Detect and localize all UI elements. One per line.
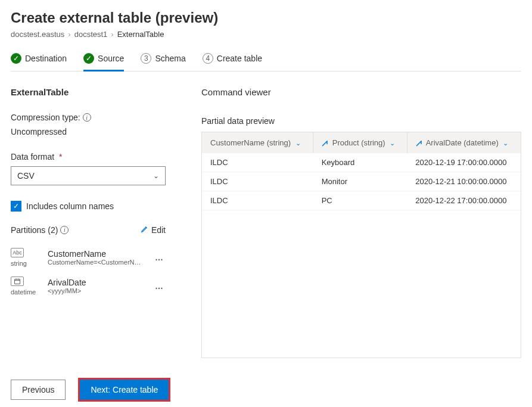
edit-label: Edit xyxy=(151,225,166,235)
includes-column-names-checkbox[interactable]: ✓ Includes column names xyxy=(11,201,178,212)
breadcrumb: docstest.eastus › docstest1 › ExternalTa… xyxy=(11,30,521,39)
step-destination[interactable]: ✓ Destination xyxy=(11,49,67,72)
partition-name: CustomerName xyxy=(48,249,145,259)
cell: ILDC xyxy=(202,191,313,210)
step-label: Create table xyxy=(217,54,262,63)
chevron-down-icon: ⌄ xyxy=(390,139,395,147)
page-title: Create external table (preview) xyxy=(11,10,521,26)
string-type-icon: Abc xyxy=(11,248,24,257)
column-header-product[interactable]: Product (string) ⌄ xyxy=(313,132,407,153)
table-row: ILDC Keyboard 2020-12-19 17:00:00.0000 xyxy=(202,153,521,172)
chevron-down-icon: ⌄ xyxy=(503,139,508,147)
left-title: ExternalTable xyxy=(11,87,178,97)
step-label: Source xyxy=(98,54,124,63)
step-label: Schema xyxy=(155,54,185,63)
column-header-arivaldate[interactable]: ArivalDate (datetime) ⌄ xyxy=(407,132,521,153)
table-row: ILDC Monitor 2020-12-21 10:00:00.0000 xyxy=(202,172,521,191)
pencil-icon xyxy=(141,225,149,235)
new-column-icon xyxy=(416,141,422,147)
cell: 2020-12-19 17:00:00.0000 xyxy=(407,153,521,172)
info-icon[interactable]: i xyxy=(83,113,91,122)
chevron-right-icon: › xyxy=(68,30,70,39)
data-format-label: Data format * xyxy=(11,152,178,161)
chevron-down-icon: ⌄ xyxy=(153,172,159,180)
partition-name: ArivalDate xyxy=(48,278,145,287)
table-row: ILDC PC 2020-12-22 17:00:00.0000 xyxy=(202,191,521,210)
wizard-steps: ✓ Destination ✓ Source 3 Schema 4 Create… xyxy=(11,49,521,72)
cell: Keyboard xyxy=(313,153,407,172)
more-options-button[interactable]: … xyxy=(153,281,166,291)
breadcrumb-item[interactable]: docstest1 xyxy=(74,30,108,39)
step-number-icon: 3 xyxy=(141,53,151,64)
check-icon: ✓ xyxy=(83,53,94,64)
info-icon[interactable]: i xyxy=(60,226,69,234)
partition-item: Abc string CustomerName CustomerName=<Cu… xyxy=(11,243,166,272)
step-create-table[interactable]: 4 Create table xyxy=(203,49,262,72)
step-number-icon: 4 xyxy=(203,53,213,64)
partition-type: datetime xyxy=(11,288,36,296)
cell: ILDC xyxy=(202,153,313,172)
compression-value: Uncompressed xyxy=(11,127,178,136)
partition-pattern: CustomerName=<CustomerNam xyxy=(48,259,143,266)
chevron-right-icon: › xyxy=(111,30,113,39)
cell: Monitor xyxy=(313,172,407,191)
cell: PC xyxy=(313,191,407,210)
data-format-dropdown[interactable]: CSV ⌄ xyxy=(11,166,166,185)
datetime-type-icon xyxy=(11,276,24,286)
chevron-down-icon: ⌄ xyxy=(295,139,301,147)
breadcrumb-item-current: ExternalTable xyxy=(117,30,164,39)
cell: 2020-12-21 10:00:00.0000 xyxy=(407,172,521,191)
partitions-label: Partitions (2) i xyxy=(11,225,69,235)
cell: 2020-12-22 17:00:00.0000 xyxy=(407,191,521,210)
partition-item: datetime ArivalDate <yyyy/MM> … xyxy=(11,272,166,300)
dropdown-value: CSV xyxy=(17,171,35,181)
checkbox-checked-icon: ✓ xyxy=(11,201,21,212)
partition-type: string xyxy=(11,260,27,267)
column-header-customername[interactable]: CustomerName (string) ⌄ xyxy=(202,132,313,153)
preview-table: CustomerName (string) ⌄ Product (string)… xyxy=(201,132,521,358)
svg-rect-0 xyxy=(15,279,20,284)
checkbox-label: Includes column names xyxy=(26,201,114,211)
command-viewer-title: Command viewer xyxy=(201,87,521,97)
partition-pattern: <yyyy/MM> xyxy=(48,287,143,294)
preview-label: Partial data preview xyxy=(201,116,521,126)
cell: ILDC xyxy=(202,172,313,191)
check-icon: ✓ xyxy=(11,53,21,64)
breadcrumb-item[interactable]: docstest.eastus xyxy=(11,30,64,39)
more-options-button[interactable]: … xyxy=(153,253,166,262)
step-label: Destination xyxy=(25,54,67,63)
required-indicator: * xyxy=(57,152,62,161)
edit-partitions-button[interactable]: Edit xyxy=(141,225,166,235)
new-column-icon xyxy=(322,141,328,147)
step-source[interactable]: ✓ Source xyxy=(83,49,124,72)
step-schema[interactable]: 3 Schema xyxy=(141,49,185,72)
compression-label: Compression type: i xyxy=(11,113,178,122)
